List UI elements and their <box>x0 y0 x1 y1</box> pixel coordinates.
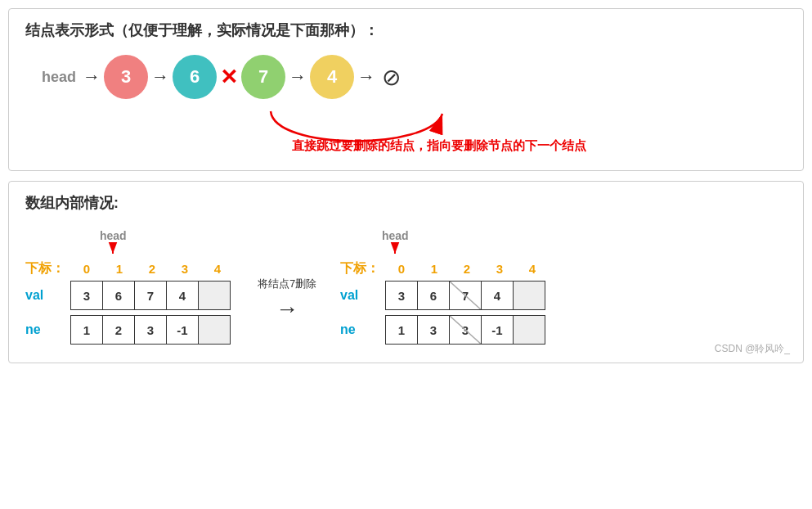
left-ne-row: ne 1 2 3 -1 <box>25 315 230 345</box>
right-val-2: 7 <box>449 281 482 310</box>
left-head-label: head <box>100 229 127 242</box>
left-ne-label: ne <box>25 322 70 337</box>
left-array: head 下标： 0 1 2 <box>25 227 234 349</box>
right-subscript-label: 下标： <box>340 260 385 277</box>
right-val-cells: 3 6 7 4 <box>385 281 545 310</box>
left-ne-3: -1 <box>166 315 199 345</box>
left-ne-4 <box>198 315 231 345</box>
arrow-4: → <box>357 66 375 88</box>
watermark: CSDN @聆风吟_ <box>715 342 790 356</box>
right-val-row: val 3 6 7 4 <box>340 281 545 310</box>
left-val-4 <box>198 281 231 310</box>
left-idx-1: 1 <box>103 262 136 276</box>
left-idx-4: 4 <box>201 262 234 276</box>
null-symbol: ⊘ <box>382 64 401 91</box>
right-val-1: 6 <box>417 281 450 310</box>
middle-arrow-block: 将结点7删除 → <box>242 277 332 322</box>
left-val-row: val 3 6 7 4 <box>25 281 230 310</box>
left-val-0: 3 <box>70 281 103 310</box>
right-head-arrow <box>385 242 405 259</box>
left-val-cells: 3 6 7 4 <box>70 281 230 310</box>
left-ne-0: 1 <box>70 315 103 345</box>
left-idx-3: 3 <box>168 262 201 276</box>
right-val-4 <box>513 281 545 310</box>
right-ne-cells: 1 3 3 -1 <box>385 315 545 345</box>
right-ne-3: -1 <box>481 315 514 345</box>
right-idx-1: 1 <box>418 262 451 276</box>
right-ne-2: 3 <box>449 315 482 345</box>
right-val-label: val <box>340 288 385 303</box>
svg-line-3 <box>450 282 481 309</box>
left-val-2: 7 <box>134 281 167 310</box>
left-idx-0: 0 <box>70 262 103 276</box>
right-ne-0: 1 <box>385 315 418 345</box>
arrow-2: → <box>151 66 169 88</box>
right-ne-4 <box>513 315 545 345</box>
right-ne-label: ne <box>340 322 385 337</box>
right-array: head 下标： 0 1 2 <box>340 227 549 349</box>
head-label: head <box>42 69 76 86</box>
left-head-arrow <box>103 242 123 259</box>
bottom-title: 数组内部情况: <box>25 193 787 213</box>
left-indices: 0 1 2 3 4 <box>70 262 234 276</box>
curved-arrow-svg <box>103 89 594 151</box>
diagonal-line-ne <box>450 316 481 344</box>
left-subscript-label: 下标： <box>25 260 70 277</box>
middle-label: 将结点7删除 <box>258 277 316 291</box>
arrow-1: → <box>83 66 101 88</box>
bottom-content: head 下标： 0 1 2 <box>25 227 787 349</box>
arrow-3: → <box>289 66 307 88</box>
top-section: 结点表示形式（仅便于理解，实际情况是下面那种）： head → 3 → 6 ✕ … <box>8 8 804 171</box>
left-ne-cells: 1 2 3 -1 <box>70 315 230 345</box>
bottom-section: 数组内部情况: head <box>8 181 804 363</box>
right-head-label: head <box>382 229 409 242</box>
left-ne-1: 2 <box>102 315 135 345</box>
right-idx-2: 2 <box>451 262 483 276</box>
top-title: 结点表示形式（仅便于理解，实际情况是下面那种）： <box>25 20 787 40</box>
svg-line-4 <box>450 316 481 344</box>
left-val-label: val <box>25 288 70 303</box>
cross-arrow: ✕ <box>220 65 238 90</box>
node-row-container: head → 3 → 6 ✕ 7 → 4 → ⊘ <box>25 55 787 99</box>
right-idx-4: 4 <box>516 262 549 276</box>
diagonal-line-val <box>450 282 481 309</box>
right-val-0: 3 <box>385 281 418 310</box>
right-idx-0: 0 <box>385 262 418 276</box>
right-index-row: 下标： 0 1 2 3 4 <box>340 260 549 277</box>
left-idx-2: 2 <box>136 262 168 276</box>
right-ne-1: 3 <box>417 315 450 345</box>
left-index-row: 下标： 0 1 2 3 4 <box>25 260 234 277</box>
right-ne-row: ne 1 3 3 -1 <box>340 315 545 345</box>
left-ne-2: 3 <box>134 315 167 345</box>
left-val-1: 6 <box>102 281 135 310</box>
middle-arrow: → <box>276 296 298 322</box>
right-val-3: 4 <box>481 281 514 310</box>
right-idx-3: 3 <box>483 262 516 276</box>
left-val-3: 4 <box>166 281 199 310</box>
right-indices: 0 1 2 3 4 <box>385 262 549 276</box>
